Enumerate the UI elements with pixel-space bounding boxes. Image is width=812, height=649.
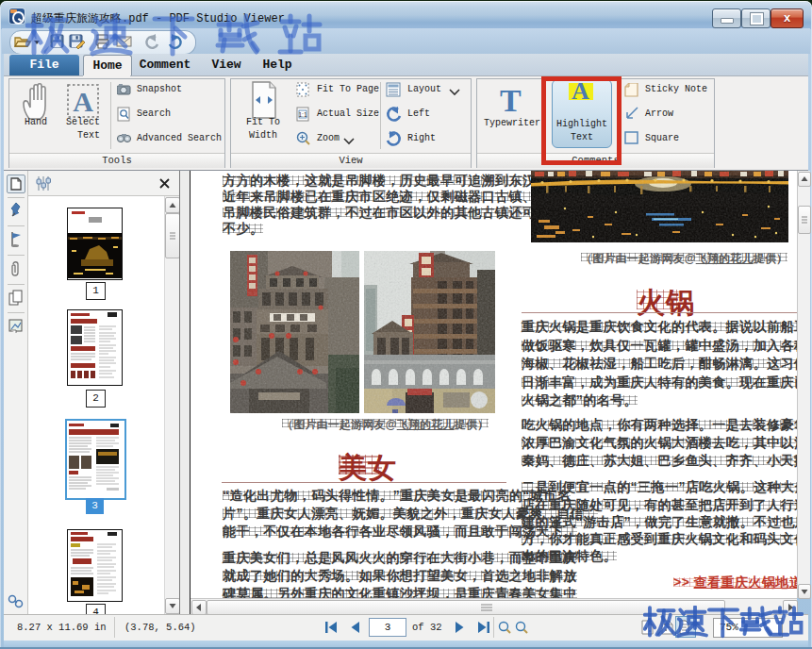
svg-text:1:1: 1:1 [298, 111, 307, 118]
svg-text:A: A [73, 86, 93, 117]
